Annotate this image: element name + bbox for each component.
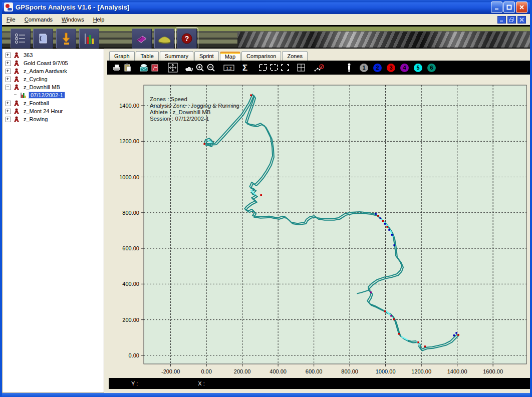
sum-sigma-icon[interactable]: Σ: [239, 62, 250, 73]
tree-expander[interactable]: [6, 85, 11, 90]
help-button[interactable]: ?: [177, 29, 197, 49]
menu-help[interactable]: Help: [89, 15, 109, 24]
athlete-icon: [13, 76, 20, 83]
track-marker: [390, 315, 392, 317]
tree-item-z-rowing[interactable]: z_Rowing: [5, 115, 104, 123]
tree-expander[interactable]: [6, 109, 11, 114]
track-marker: [457, 334, 459, 336]
email-icon[interactable]: [138, 62, 149, 73]
fit-to-window-icon[interactable]: [167, 62, 178, 73]
athlete-marker-icon[interactable]: [344, 62, 355, 73]
child-close-button[interactable]: [517, 16, 526, 24]
report-chart-button[interactable]: [79, 29, 99, 49]
plot-area[interactable]: [144, 85, 526, 364]
paste-icon[interactable]: [122, 62, 133, 73]
tree-item-07-12-2002-1[interactable]: 07/12/2002-1: [5, 91, 104, 99]
child-restore-button[interactable]: [507, 16, 516, 24]
shoe-icon: [157, 32, 171, 45]
menu-windows[interactable]: Windows: [57, 15, 89, 24]
tree-item-label: 07/12/2002-1: [29, 92, 65, 98]
hide-route-icon[interactable]: [314, 62, 325, 73]
tree-item-gold-coast-9-7-05[interactable]: Gold Coast 9/7/05: [5, 59, 104, 67]
tab-sprint[interactable]: Sprint: [194, 51, 219, 61]
tab-summary[interactable]: Summary: [160, 51, 193, 61]
export-image-icon[interactable]: [149, 62, 160, 73]
tab-map[interactable]: Map: [220, 52, 240, 61]
toolbar-photo: [237, 32, 530, 48]
tree-item-z-adam-aardvark[interactable]: z_Adam Aardvark: [5, 67, 104, 75]
tree-item-z-football[interactable]: z_Football: [5, 99, 104, 107]
track-marker: [417, 341, 419, 343]
manual-button[interactable]: [132, 29, 152, 49]
zone-2-button[interactable]: 2: [373, 64, 382, 72]
tab-bar: GraphTableSummarySprintMapComparisonZone…: [107, 50, 530, 61]
track-marker: [424, 345, 426, 347]
athlete-icon: [13, 60, 20, 67]
zone-5-button[interactable]: 5: [414, 64, 422, 72]
menu-commands[interactable]: Commands: [20, 15, 57, 24]
track-marker: [384, 223, 386, 225]
x-tick-label: 400.00: [270, 368, 287, 374]
x-tick-label: 1000.00: [376, 368, 396, 374]
minimize-button[interactable]: [491, 2, 502, 13]
track-marker: [386, 226, 388, 228]
tree-item-z-downhill-mb[interactable]: z_Downhill MB: [5, 83, 104, 91]
annotation-line: Session : 07/12/2002-1: [150, 116, 209, 122]
tree-expander[interactable]: [6, 69, 11, 74]
app-icon: [4, 3, 13, 12]
select-rect-solid-icon[interactable]: [257, 62, 269, 73]
zoom-in-icon[interactable]: [194, 62, 205, 73]
tree-expander[interactable]: [6, 117, 11, 122]
pan-hand-icon[interactable]: [183, 62, 194, 73]
title-bar: GPSports Analysis V1.6 - [Analysis]: [2, 0, 530, 14]
menu-bar: FileCommandsWindowsHelp: [2, 14, 530, 25]
tab-table[interactable]: Table: [136, 51, 159, 61]
print-icon[interactable]: [111, 62, 122, 73]
import-button[interactable]: [33, 29, 53, 49]
menu-file[interactable]: File: [2, 15, 20, 24]
analysis-pane: GraphTableSummarySprintMapComparisonZone…: [107, 49, 530, 393]
track-marker: [393, 244, 395, 246]
track-marker: [384, 310, 386, 312]
maximize-button[interactable]: [503, 2, 515, 13]
zoom-out-icon[interactable]: [205, 62, 216, 73]
y-tick-label: 1000.00: [119, 174, 139, 180]
tree-expander[interactable]: [6, 61, 11, 66]
options-list-button[interactable]: [11, 29, 31, 49]
child-minimize-button[interactable]: [497, 16, 506, 24]
book-icon: [135, 32, 148, 45]
x-tick-label: 1200.00: [411, 368, 431, 374]
tab-comparison[interactable]: Comparison: [241, 51, 281, 61]
tree-expander[interactable]: [6, 77, 11, 82]
tab-graph[interactable]: Graph: [109, 51, 135, 61]
athlete-icon: [13, 116, 20, 123]
tab-zones[interactable]: Zones: [282, 51, 308, 61]
tree-item-label: z_Football: [22, 100, 51, 106]
track-marker: [391, 234, 393, 236]
x-tick-label: 1400.00: [447, 368, 467, 374]
tree-item-363[interactable]: 363: [5, 51, 104, 59]
zone-3-button[interactable]: 3: [387, 64, 395, 72]
zone-6-button[interactable]: 6: [427, 64, 436, 72]
tree-expander[interactable]: [6, 101, 11, 106]
map-toolbar: 1.2 Σ 123456: [107, 61, 530, 75]
zone-4-button[interactable]: 4: [400, 64, 409, 72]
tree-item-label: z_Adam Aardvark: [22, 68, 69, 74]
track-marker: [382, 220, 384, 222]
y-tick-label: 1400.00: [119, 103, 139, 109]
track-marker: [375, 213, 377, 215]
tree-item-z-mont-24-hour[interactable]: z_Mont 24 Hour: [5, 107, 104, 115]
measure-icon[interactable]: 1.2: [223, 62, 234, 73]
grid-icon[interactable]: [296, 62, 307, 73]
map-chart[interactable]: Zones : SpeedAnalysis Zone : Jogging & R…: [107, 75, 532, 380]
download-button[interactable]: [56, 29, 76, 49]
close-button[interactable]: [516, 2, 527, 13]
tree-expander[interactable]: [6, 53, 11, 58]
tree-item-z-cycling[interactable]: z_Cycling: [5, 75, 104, 83]
select-rect-dash-icon[interactable]: [269, 62, 280, 73]
status-y-label: Y :: [131, 380, 138, 386]
zone-1-button[interactable]: 1: [360, 64, 368, 72]
select-rect-corner-icon[interactable]: [280, 62, 291, 73]
athlete-icon: [13, 68, 20, 75]
athlete-tools-button[interactable]: [154, 29, 174, 49]
